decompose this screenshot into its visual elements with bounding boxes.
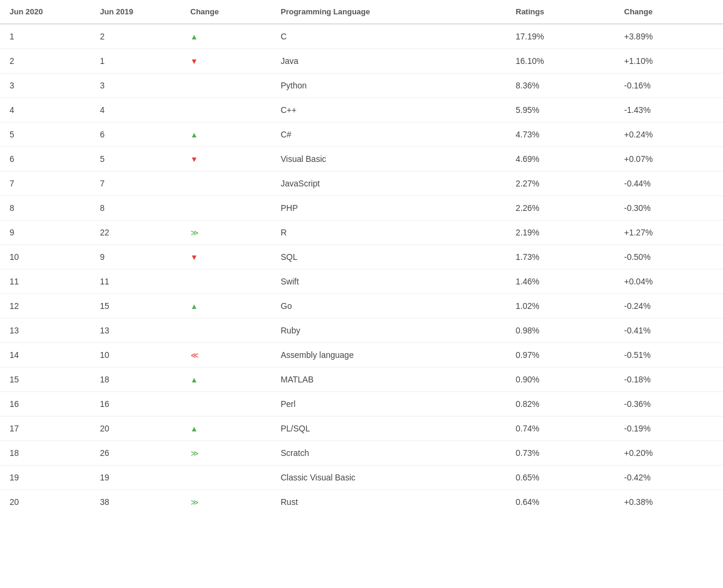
prev-rank-cell: 9 (90, 245, 180, 270)
prev-rank-cell: 6 (90, 122, 180, 147)
delta-cell: -0.50% (615, 245, 724, 270)
rank-cell: 1 (0, 24, 90, 49)
change-icon-cell: ▼ (181, 245, 271, 270)
change-icon-cell: ▲ (181, 122, 271, 147)
language-cell: Scratch (271, 441, 506, 466)
change-icon-cell: ▲ (181, 24, 271, 49)
change-icon-cell (181, 196, 271, 220)
table-row: 1215▲Go1.02%-0.24% (0, 294, 723, 318)
delta-cell: +1.27% (615, 220, 724, 245)
language-cell: Java (271, 49, 506, 74)
delta-cell: +0.04% (615, 270, 724, 294)
table-row: 1616Perl0.82%-0.36% (0, 392, 723, 416)
prev-rank-cell: 2 (90, 24, 180, 49)
down-arrow-icon: ▼ (191, 57, 198, 66)
ratings-cell: 8.36% (506, 74, 615, 98)
rank-cell: 7 (0, 172, 90, 196)
table-row: 1826≫Scratch0.73%+0.20% (0, 441, 723, 466)
rankings-table: Jun 2020 Jun 2019 Change Programming Lan… (0, 0, 723, 514)
table-row: 1919Classic Visual Basic0.65%-0.42% (0, 466, 723, 490)
rank-cell: 19 (0, 466, 90, 490)
table-row: 56▲C#4.73%+0.24% (0, 122, 723, 147)
rank-cell: 8 (0, 196, 90, 220)
table-row: 77JavaScript2.27%-0.44% (0, 172, 723, 196)
prev-rank-cell: 20 (90, 416, 180, 441)
language-cell: MATLAB (271, 368, 506, 392)
change-icon-cell (181, 392, 271, 416)
delta-cell: -0.41% (615, 318, 724, 343)
change-icon-cell (181, 74, 271, 98)
rank-cell: 15 (0, 368, 90, 392)
change-icon-cell: ▼ (181, 49, 271, 74)
prev-rank-cell: 4 (90, 98, 180, 122)
header-ratings: Ratings (506, 0, 615, 24)
ratings-cell: 0.98% (506, 318, 615, 343)
delta-cell: -1.43% (615, 98, 724, 122)
delta-cell: +3.89% (615, 24, 724, 49)
language-cell: Go (271, 294, 506, 318)
language-cell: Visual Basic (271, 147, 506, 172)
change-icon-cell (181, 270, 271, 294)
up-arrow-icon: ▲ (191, 375, 198, 384)
delta-cell: -0.44% (615, 172, 724, 196)
header-change: Change (181, 0, 271, 24)
ratings-cell: 1.73% (506, 245, 615, 270)
ratings-cell: 0.90% (506, 368, 615, 392)
table-row: 65▼Visual Basic4.69%+0.07% (0, 147, 723, 172)
prev-rank-cell: 19 (90, 466, 180, 490)
down-arrow-icon: ▼ (191, 253, 198, 262)
language-cell: C++ (271, 98, 506, 122)
prev-rank-cell: 10 (90, 343, 180, 368)
header-jun2020: Jun 2020 (0, 0, 90, 24)
rank-cell: 3 (0, 74, 90, 98)
up-arrow-icon: ▲ (191, 130, 198, 139)
language-cell: Perl (271, 392, 506, 416)
ratings-cell: 0.74% (506, 416, 615, 441)
language-cell: C# (271, 122, 506, 147)
delta-cell: +0.07% (615, 147, 724, 172)
rank-cell: 2 (0, 49, 90, 74)
ratings-cell: 5.95% (506, 98, 615, 122)
change-icon-cell: ≫ (181, 220, 271, 245)
delta-cell: -0.19% (615, 416, 724, 441)
rank-cell: 12 (0, 294, 90, 318)
rank-cell: 16 (0, 392, 90, 416)
prev-rank-cell: 26 (90, 441, 180, 466)
language-cell: Python (271, 74, 506, 98)
prev-rank-cell: 7 (90, 172, 180, 196)
prev-rank-cell: 3 (90, 74, 180, 98)
language-cell: Ruby (271, 318, 506, 343)
prev-rank-cell: 38 (90, 490, 180, 514)
header-change2: Change (615, 0, 724, 24)
table-row: 12▲C17.19%+3.89% (0, 24, 723, 49)
ratings-cell: 0.64% (506, 490, 615, 514)
language-cell: Classic Visual Basic (271, 466, 506, 490)
rank-cell: 6 (0, 147, 90, 172)
header-language: Programming Language (271, 0, 506, 24)
header-jun2019: Jun 2019 (90, 0, 180, 24)
table-row: 109▼SQL1.73%-0.50% (0, 245, 723, 270)
down-double-arrow-icon: ≪ (191, 351, 199, 360)
language-cell: Swift (271, 270, 506, 294)
up-arrow-icon: ▲ (191, 302, 198, 311)
change-icon-cell: ▲ (181, 368, 271, 392)
ratings-cell: 0.97% (506, 343, 615, 368)
ratings-cell: 1.02% (506, 294, 615, 318)
table-row: 1410≪Assembly language0.97%-0.51% (0, 343, 723, 368)
language-cell: Rust (271, 490, 506, 514)
rank-cell: 10 (0, 245, 90, 270)
delta-cell: -0.30% (615, 196, 724, 220)
table-row: 1313Ruby0.98%-0.41% (0, 318, 723, 343)
ratings-cell: 0.82% (506, 392, 615, 416)
table-row: 88PHP2.26%-0.30% (0, 196, 723, 220)
change-icon-cell (181, 172, 271, 196)
delta-cell: -0.42% (615, 466, 724, 490)
ratings-cell: 4.69% (506, 147, 615, 172)
language-cell: Assembly language (271, 343, 506, 368)
delta-cell: +0.38% (615, 490, 724, 514)
table-row: 1720▲PL/SQL0.74%-0.19% (0, 416, 723, 441)
table-row: 21▼Java16.10%+1.10% (0, 49, 723, 74)
delta-cell: -0.16% (615, 74, 724, 98)
prev-rank-cell: 11 (90, 270, 180, 294)
language-cell: JavaScript (271, 172, 506, 196)
